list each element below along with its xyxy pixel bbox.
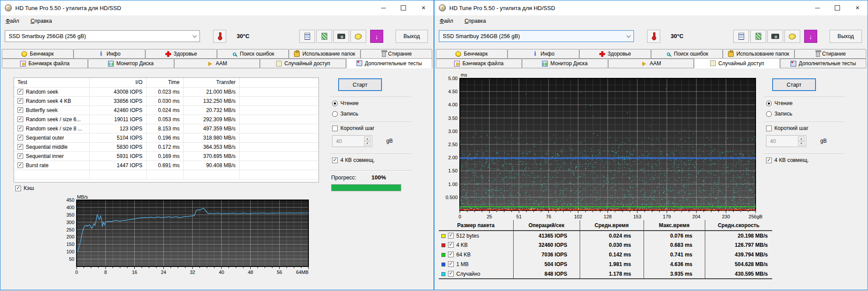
tab[interactable]: Стирание xyxy=(360,49,432,59)
update-button[interactable] xyxy=(370,30,383,43)
combine-4kb-row[interactable]: 4 КВ совмещ. xyxy=(766,157,809,163)
column-header[interactable]: Размер пакета xyxy=(439,220,513,231)
temperature-button[interactable] xyxy=(213,30,226,43)
test-checkbox[interactable] xyxy=(18,98,23,104)
tab[interactable]: Бэнчмарк файла xyxy=(2,59,88,68)
test-checkbox[interactable] xyxy=(18,135,23,140)
test-checkbox[interactable] xyxy=(18,153,23,159)
table-row[interactable]: Random seek 43008 IOPS 0.023 ms 21.000 M… xyxy=(14,87,318,96)
tab[interactable]: AAM xyxy=(608,59,694,68)
test-checkbox[interactable] xyxy=(18,126,23,131)
test-checkbox[interactable] xyxy=(18,116,23,122)
minimize-button[interactable] xyxy=(373,0,393,15)
table-row[interactable]: 64 KB 7036 IOPS 0.142 ms 0.741 ms 439.79… xyxy=(439,250,772,259)
step-size-spinner[interactable]: 40 ▲▼ xyxy=(766,135,806,147)
screenshot-button[interactable] xyxy=(767,30,783,43)
spin-down-icon[interactable]: ▼ xyxy=(798,141,805,146)
menu-file[interactable]: Файл xyxy=(6,18,19,24)
menu-help[interactable]: Справка xyxy=(31,18,52,24)
packet-checkbox[interactable] xyxy=(448,252,454,257)
short-step-checkbox[interactable] xyxy=(332,126,338,131)
combine-4kb-checkbox[interactable] xyxy=(766,158,772,163)
cache-checkbox[interactable] xyxy=(15,186,21,191)
tab[interactable]: Поиск ошибок xyxy=(217,49,289,59)
write-radio-row[interactable]: Запись xyxy=(332,111,358,117)
table-row[interactable]: Butterfly seek 42460 IOPS 0.024 ms 20.73… xyxy=(14,105,318,115)
test-checkbox[interactable] xyxy=(18,144,23,150)
table-row[interactable]: Sequential inner 5931 IOPS 0.169 ms 370.… xyxy=(14,151,318,161)
tab[interactable]: Бенчмарк xyxy=(436,49,508,59)
tab[interactable]: Стирание xyxy=(794,49,866,59)
title-bar[interactable]: HD Tune Pro 5.50 - утилита для HD/SSD xyxy=(434,0,868,15)
maximize-button[interactable] xyxy=(827,0,847,15)
step-size-spinner[interactable]: 40 ▲▼ xyxy=(332,135,372,147)
title-bar[interactable]: HD Tune Pro 5.50 - утилита для HD/SSD xyxy=(0,0,434,15)
spin-down-icon[interactable]: ▼ xyxy=(364,141,371,146)
packet-checkbox[interactable] xyxy=(448,261,454,267)
table-row[interactable]: 1 MB 504 IOPS 1.981 ms 4.636 ms 504.628 … xyxy=(439,259,772,269)
short-step-row[interactable]: Короткий шаг xyxy=(332,125,374,131)
read-radio-row[interactable]: Чтение xyxy=(332,100,359,106)
table-row[interactable]: Random seek / size 8 ... 123 IOPS 8.153 … xyxy=(14,124,318,133)
menu-help[interactable]: Справка xyxy=(465,18,486,24)
table-row[interactable]: Random seek 4 KB 33856 IOPS 0.030 ms 132… xyxy=(14,96,318,105)
table-row[interactable]: Sequential middle 5830 IOPS 0.172 ms 364… xyxy=(14,142,318,151)
copy-image-button[interactable] xyxy=(316,30,332,43)
tab[interactable]: Монитор Диска xyxy=(522,59,608,68)
start-button[interactable]: Старт xyxy=(772,78,816,91)
table-row[interactable]: 512 bytes 41365 IOPS 0.024 ms 0.076 ms 2… xyxy=(439,231,772,240)
write-radio[interactable] xyxy=(766,111,772,117)
combine-4kb-row[interactable]: 4 КВ совмещ. xyxy=(332,157,375,163)
tab[interactable]: Монитор Диска xyxy=(88,59,174,68)
short-step-row[interactable]: Короткий шаг xyxy=(766,125,808,131)
drive-select[interactable]: SSD Smartbuy 256GB (256 gB) xyxy=(5,30,200,42)
minimize-button[interactable] xyxy=(807,0,827,15)
read-radio[interactable] xyxy=(332,101,338,106)
table-row[interactable]: Burst rate 1447 IOPS 0.691 ms 90.408 MB/… xyxy=(14,161,318,170)
screenshot-button[interactable] xyxy=(333,30,349,43)
tab[interactable]: Дополнительные тесты xyxy=(780,59,866,68)
column-header[interactable]: Макс.время xyxy=(644,220,705,231)
column-header[interactable]: Test xyxy=(14,78,89,87)
spin-up-icon[interactable]: ▲ xyxy=(364,137,371,141)
column-header[interactable]: Transfer xyxy=(183,78,239,87)
combine-4kb-checkbox[interactable] xyxy=(332,158,338,163)
short-step-checkbox[interactable] xyxy=(766,126,772,131)
close-button[interactable] xyxy=(847,0,868,15)
copy-text-button[interactable] xyxy=(733,30,749,43)
save-button[interactable] xyxy=(350,30,366,43)
spin-up-icon[interactable]: ▲ xyxy=(798,137,805,141)
tab[interactable]: Использование папок xyxy=(289,49,360,59)
write-radio[interactable] xyxy=(332,111,338,117)
test-checkbox[interactable] xyxy=(18,107,23,113)
temperature-button[interactable] xyxy=(647,30,660,43)
menu-file[interactable]: Файл xyxy=(440,18,453,24)
read-radio[interactable] xyxy=(766,101,772,106)
table-row[interactable]: Случайно 848 IOPS 1.178 ms 3.935 ms 430.… xyxy=(439,269,772,279)
column-header[interactable]: I/O xyxy=(89,78,146,87)
exit-button[interactable]: Выход xyxy=(830,30,862,43)
tab[interactable]: Здоровье xyxy=(579,49,651,59)
tab[interactable]: Инфо xyxy=(74,49,145,59)
test-checkbox[interactable] xyxy=(18,162,23,168)
update-button[interactable] xyxy=(804,30,817,43)
start-button[interactable]: Старт xyxy=(338,78,382,91)
column-header[interactable]: Операций/сек xyxy=(513,220,580,231)
tab[interactable]: Дополнительные тесты xyxy=(346,58,432,68)
column-header[interactable]: Средн.время xyxy=(580,220,644,231)
column-header[interactable]: Time xyxy=(146,78,183,87)
tab[interactable]: Бенчмарк xyxy=(2,49,74,59)
test-checkbox[interactable] xyxy=(18,89,23,95)
packet-checkbox[interactable] xyxy=(448,242,454,248)
table-row[interactable]: 4 KB 32460 IOPS 0.030 ms 0.683 ms 126.79… xyxy=(439,240,772,250)
tab[interactable]: Случайный доступ xyxy=(694,58,780,68)
cache-checkbox-row[interactable]: Кэш xyxy=(15,185,34,191)
tab[interactable]: Здоровье xyxy=(145,49,217,59)
table-row[interactable]: Sequential outer 5104 IOPS 0.196 ms 318.… xyxy=(14,133,318,142)
tab[interactable]: AAM xyxy=(174,59,260,68)
write-radio-row[interactable]: Запись xyxy=(766,111,792,117)
save-button[interactable] xyxy=(784,30,800,43)
packet-checkbox[interactable] xyxy=(448,233,454,238)
copy-image-button[interactable] xyxy=(750,30,766,43)
read-radio-row[interactable]: Чтение xyxy=(766,100,793,106)
